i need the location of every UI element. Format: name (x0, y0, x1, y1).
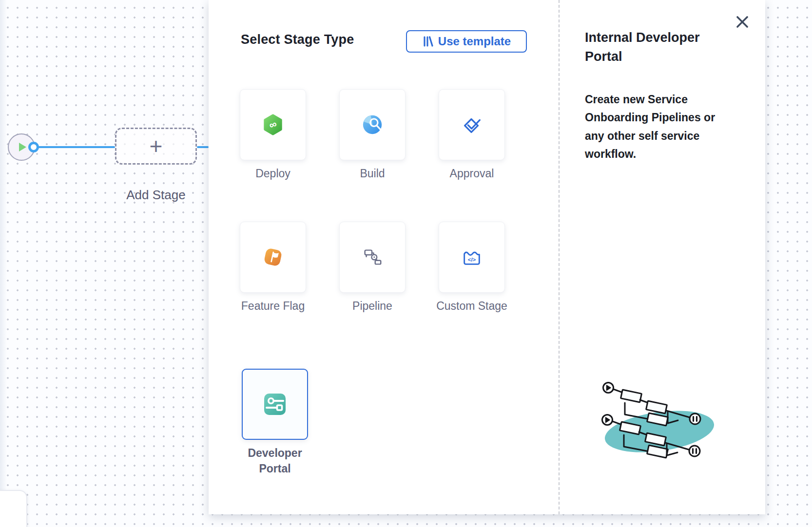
plus-icon: + (150, 135, 163, 157)
pipeline-illustration (601, 381, 723, 469)
add-stage-button[interactable]: + (115, 128, 197, 165)
close-icon (734, 14, 751, 30)
close-button[interactable] (734, 14, 751, 30)
stage-card-feature-flag[interactable] (240, 222, 306, 293)
stage-label-custom-stage: Custom Stage (435, 299, 508, 314)
select-stage-modal: Select Stage Type Use template ∞ Deploy … (209, 0, 765, 514)
use-template-label: Use template (438, 35, 511, 48)
add-stage-label: Add Stage (107, 188, 205, 203)
stage-label-approval: Approval (435, 166, 508, 182)
stage-card-developer-portal[interactable] (242, 369, 308, 440)
feature-flag-icon (262, 246, 284, 268)
stage-label-developer-portal: Developer Portal (238, 446, 311, 476)
template-library-icon (422, 35, 434, 48)
svg-text:</>: </> (468, 257, 476, 263)
use-template-button[interactable]: Use template (406, 30, 527, 53)
build-icon (361, 113, 384, 136)
pipeline-node-partial (0, 490, 27, 527)
custom-stage-icon: </> (461, 246, 483, 268)
pipeline-connector-port (28, 142, 39, 152)
deploy-icon: ∞ (262, 113, 284, 136)
pipeline-connector-line-2 (197, 146, 209, 148)
canvas-edge-tint (0, 0, 7, 527)
stage-card-approval[interactable] (439, 89, 505, 160)
stage-card-build[interactable] (339, 89, 406, 160)
stage-label-deploy: Deploy (236, 166, 309, 182)
pipeline-connector-line (34, 146, 115, 148)
play-icon (13, 139, 30, 155)
detail-panel-description: Create new Service Onboarding Pipelines … (585, 91, 733, 164)
approval-icon (461, 113, 483, 136)
detail-panel-title: Internal Developer Portal (585, 28, 731, 66)
modal-section-divider (559, 0, 560, 514)
stage-card-pipeline[interactable] (339, 222, 406, 293)
stage-label-pipeline: Pipeline (336, 299, 409, 314)
modal-title: Select Stage Type (241, 32, 354, 47)
stage-card-custom-stage[interactable]: </> (439, 222, 505, 293)
stage-label-feature-flag: Feature Flag (236, 299, 309, 314)
pipeline-icon (361, 246, 384, 268)
developer-portal-icon (263, 393, 287, 416)
stage-card-deploy[interactable]: ∞ (240, 89, 306, 160)
stage-label-build: Build (336, 166, 409, 182)
